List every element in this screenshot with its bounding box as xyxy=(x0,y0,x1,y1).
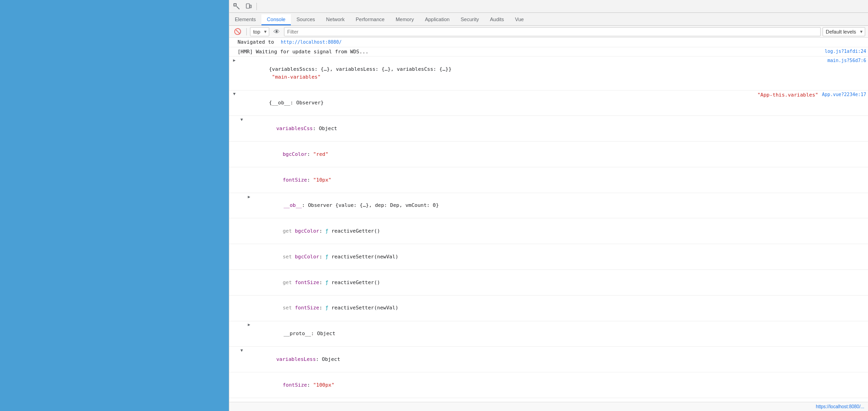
app-container: Elements Console Sources Network Perform… xyxy=(0,0,868,411)
console-line-fontSize-css: fontSize: "10px" xyxy=(229,167,868,193)
status-url[interactable]: https://localhost:8080/... xyxy=(812,404,864,409)
console-filter-input[interactable] xyxy=(284,27,821,36)
console-line-proto-css[interactable]: __proto__: Object xyxy=(229,321,868,347)
context-select-wrap: top ▼ xyxy=(250,27,269,36)
inspect-element-button[interactable] xyxy=(231,1,242,12)
console-toolbar-sep xyxy=(246,28,247,35)
app-preview xyxy=(0,0,229,411)
tab-network[interactable]: Network xyxy=(321,14,350,25)
device-toolbar-button[interactable] xyxy=(243,1,254,12)
mainColor-content: mainColor: "#398bd0" xyxy=(252,399,866,402)
tab-console[interactable]: Console xyxy=(261,14,291,25)
tab-security[interactable]: Security xyxy=(455,14,484,25)
console-line-get-bgcColor: get bgcColor: ƒ reactiveGetter() xyxy=(229,218,868,244)
console-line-fontSize-less: fontSize: "100px" xyxy=(229,372,868,398)
console-line-set-bgcColor: set bgcColor: ƒ reactiveSetter(newVal) xyxy=(229,244,868,270)
tab-vue[interactable]: Vue xyxy=(510,14,529,25)
svg-rect-2 xyxy=(246,4,250,8)
devtools-panel: Elements Console Sources Network Perform… xyxy=(229,0,868,411)
devtools-tabs: Elements Console Sources Network Perform… xyxy=(229,13,868,26)
console-line-bgcColor: bgcColor: "red" xyxy=(229,142,868,167)
fontSize-css-content: fontSize: "10px" xyxy=(252,168,866,192)
console-output[interactable]: Navigated to http://localhost:8080/ [HMR… xyxy=(229,38,868,402)
ob-root-toggle[interactable] xyxy=(231,91,238,97)
varsCss-toggle[interactable] xyxy=(238,116,245,123)
set-bgcColor-content: set bgcColor: ƒ reactiveSetter(newVal) xyxy=(252,245,866,269)
app-ref[interactable]: App.vue?2234e:17 xyxy=(818,91,866,98)
bgcColor-content: bgcColor: "red" xyxy=(252,142,866,166)
ob-css-content: __ob__: Observer {value: {…}, dep: Dep, … xyxy=(253,194,866,218)
varsLess-toggle[interactable] xyxy=(238,347,245,354)
fontSize-less-content: fontSize: "100px" xyxy=(252,373,866,397)
svg-rect-3 xyxy=(250,5,251,8)
console-line-varsLess[interactable]: variablesLess: Object xyxy=(229,347,868,372)
tab-sources[interactable]: Sources xyxy=(291,14,320,25)
toolbar-separator xyxy=(256,3,257,10)
context-select[interactable]: top xyxy=(250,27,269,36)
tab-elements[interactable]: Elements xyxy=(229,14,261,25)
ob-root-content: {__ob__: Observer} xyxy=(238,91,755,115)
levels-select-wrap: Default levels ▼ xyxy=(823,27,865,36)
get-fontSize-css-content: get fontSize: ƒ reactiveGetter() xyxy=(252,270,866,295)
tab-memory[interactable]: Memory xyxy=(390,14,420,25)
tab-performance[interactable]: Performance xyxy=(350,14,390,25)
ob-root-label: "App-this.variables" xyxy=(757,91,818,99)
varsCss-content: variablesCss: Object xyxy=(246,116,866,141)
hmr-text: [HMR] Waiting for update signal from WDS… xyxy=(238,48,821,56)
eye-button[interactable]: 👁 xyxy=(271,26,282,37)
console-line-set-fontSize-css: set fontSize: ƒ reactiveSetter(newVal) xyxy=(229,296,868,321)
console-line-ob-css[interactable]: __ob__: Observer {value: {…}, dep: Dep, … xyxy=(229,193,868,219)
console-line-ob-root[interactable]: {__ob__: Observer} "App-this.variables" … xyxy=(229,91,868,116)
svg-line-1 xyxy=(237,6,239,9)
nav-link[interactable]: http://localhost:8080/ xyxy=(277,40,341,45)
console-toolbar: 🚫 top ▼ 👁 Default levels ▼ xyxy=(229,26,868,38)
console-line-mainColor: mainColor: "#398bd0" xyxy=(229,398,868,402)
varsLess-content: variablesLess: Object xyxy=(246,347,866,371)
tab-application[interactable]: Application xyxy=(420,14,455,25)
nav-text: Navigated to http://localhost:8080/ xyxy=(238,38,866,46)
proto-css-toggle[interactable] xyxy=(246,322,252,328)
clear-console-button[interactable]: 🚫 xyxy=(232,26,243,37)
get-bgcColor-content: get bgcColor: ƒ reactiveGetter() xyxy=(252,219,866,243)
tab-audits[interactable]: Audits xyxy=(484,14,510,25)
console-line-hmr: [HMR] Waiting for update signal from WDS… xyxy=(229,47,868,57)
console-line-get-fontSize-css: get fontSize: ƒ reactiveGetter() xyxy=(229,270,868,296)
levels-select[interactable]: Default levels xyxy=(823,27,865,36)
console-line-varsCss[interactable]: variablesCss: Object xyxy=(229,116,868,142)
main-ref[interactable]: main.js?56d7:6 xyxy=(824,57,866,64)
log-ref[interactable]: log.js?1afdi:24 xyxy=(821,48,866,55)
ob-css-toggle[interactable] xyxy=(246,194,252,200)
vars-root-content: {variablesSscss: {…}, variablesLess: {…}… xyxy=(238,57,824,89)
devtools-toolbar xyxy=(229,0,868,13)
set-fontSize-css-content: set fontSize: ƒ reactiveSetter(newVal) xyxy=(252,296,866,320)
status-bar: https://localhost:8080/... xyxy=(229,402,868,411)
console-line-vars-root[interactable]: {variablesSscss: {…}, variablesLess: {…}… xyxy=(229,57,868,90)
svg-rect-0 xyxy=(234,4,236,6)
vars-root-toggle[interactable] xyxy=(231,57,238,63)
console-line-nav: Navigated to http://localhost:8080/ xyxy=(229,38,868,47)
proto-css-content: __proto__: Object xyxy=(253,322,866,346)
